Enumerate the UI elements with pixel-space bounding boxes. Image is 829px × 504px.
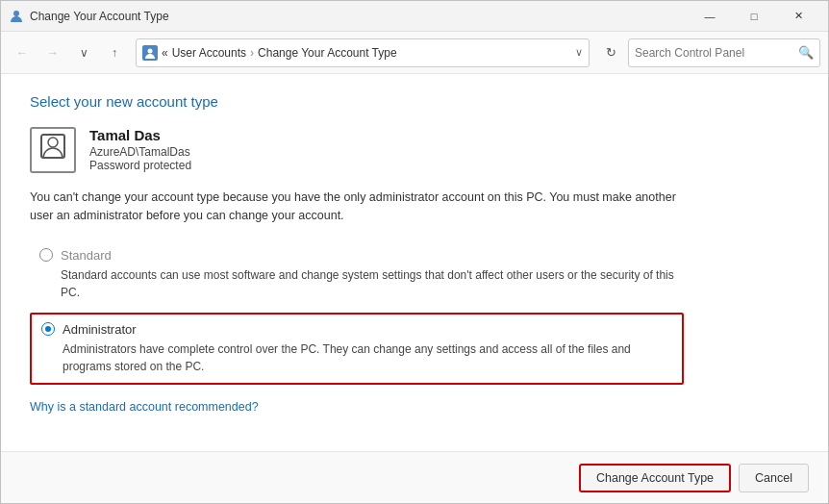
user-section: Tamal Das AzureAD\TamalDas Password prot… (30, 127, 799, 173)
user-name: Tamal Das (89, 127, 191, 143)
dropdown-button[interactable]: ∨ (70, 39, 97, 66)
user-domain: AzureAD\TamalDas (89, 145, 191, 159)
standard-desc: Standard accounts can use most software … (39, 266, 674, 301)
search-icon: 🔍 (798, 45, 814, 60)
cancel-button[interactable]: Cancel (739, 464, 809, 492)
standard-radio[interactable] (39, 248, 53, 262)
window-icon (9, 9, 24, 24)
breadcrumb-arrow: › (250, 46, 254, 60)
search-box: 🔍 (628, 38, 820, 67)
administrator-option-header: Administrator (41, 322, 672, 337)
administrator-option: Administrator Administrators have comple… (30, 313, 684, 385)
breadcrumb-item1[interactable]: User Accounts (172, 46, 246, 60)
avatar (30, 127, 76, 173)
footer: Change Account Type Cancel (1, 451, 828, 503)
help-link[interactable]: Why is a standard account recommended? (30, 400, 259, 414)
standard-option-header: Standard (39, 248, 674, 263)
window: Change Your Account Type — □ ✕ ← → ∨ ↑ «… (0, 0, 829, 504)
window-controls: — □ ✕ (688, 1, 820, 32)
radio-dot (45, 326, 51, 332)
user-status: Password protected (89, 159, 191, 172)
standard-option: Standard Standard accounts can use most … (30, 240, 684, 309)
maximize-button[interactable]: □ (732, 1, 776, 32)
forward-button[interactable]: → (39, 39, 66, 66)
change-account-type-button[interactable]: Change Account Type (579, 464, 731, 492)
option-group: Standard Standard accounts can use most … (30, 240, 684, 389)
main-content: Select your new account type Tamal Das A… (1, 74, 828, 451)
user-info: Tamal Das AzureAD\TamalDas Password prot… (89, 127, 191, 172)
title-bar: Change Your Account Type — □ ✕ (1, 1, 828, 32)
standard-label[interactable]: Standard (61, 248, 112, 263)
breadcrumb-separator1: « (162, 46, 168, 60)
nav-bar: ← → ∨ ↑ « User Accounts › Change Your Ac… (1, 32, 828, 74)
close-button[interactable]: ✕ (776, 1, 820, 32)
up-button[interactable]: ↑ (101, 39, 128, 66)
breadcrumb-chevron-icon[interactable]: ∨ (575, 46, 583, 59)
search-input[interactable] (635, 46, 794, 60)
back-button[interactable]: ← (9, 39, 36, 66)
administrator-radio[interactable] (41, 322, 55, 336)
administrator-label[interactable]: Administrator (63, 322, 137, 337)
breadcrumb-icon (142, 45, 158, 61)
warning-text: You can't change your account type becau… (30, 189, 684, 225)
breadcrumb-item2: Change Your Account Type (258, 46, 571, 60)
svg-point-3 (48, 138, 58, 147)
window-title: Change Your Account Type (30, 10, 688, 23)
administrator-desc: Administrators have complete control ove… (41, 340, 672, 375)
breadcrumb: « User Accounts › Change Your Account Ty… (136, 38, 590, 67)
svg-point-1 (148, 48, 153, 53)
svg-point-0 (13, 11, 19, 16)
page-title: Select your new account type (30, 93, 799, 110)
minimize-button[interactable]: — (688, 1, 732, 32)
refresh-button[interactable]: ↻ (597, 39, 624, 66)
